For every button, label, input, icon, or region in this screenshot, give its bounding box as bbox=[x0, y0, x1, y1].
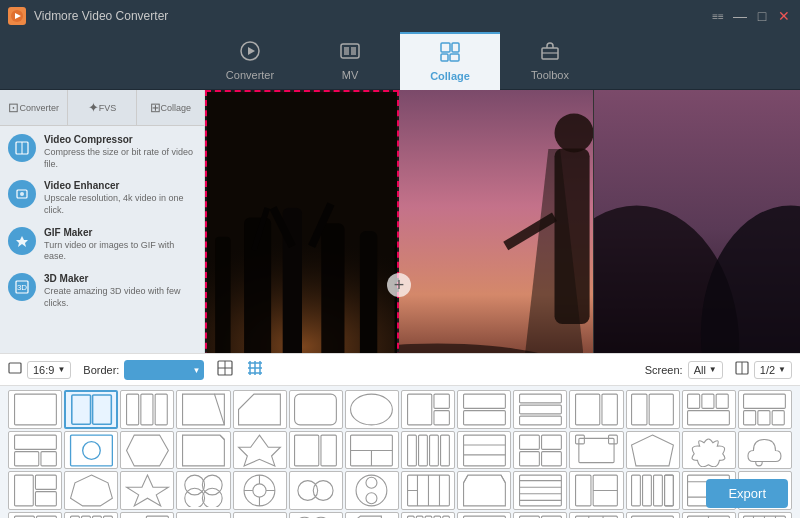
layout-thumb-7[interactable] bbox=[401, 390, 455, 429]
lp-tab-converter[interactable]: ⊡ Converter bbox=[0, 90, 68, 125]
add-video-btn[interactable]: + bbox=[387, 273, 411, 297]
layout-thumb-8[interactable] bbox=[457, 390, 511, 429]
layout-thumb-23[interactable] bbox=[513, 431, 567, 470]
layout-thumb-34[interactable] bbox=[345, 471, 399, 510]
layout-thumb-21[interactable] bbox=[401, 431, 455, 470]
tab-collage[interactable]: Collage bbox=[400, 32, 500, 90]
svg-marker-104 bbox=[239, 435, 281, 466]
pattern-icon[interactable] bbox=[246, 359, 264, 381]
layout-thumb-13[interactable] bbox=[738, 390, 792, 429]
svg-point-134 bbox=[253, 484, 266, 497]
layout-thumb-15[interactable] bbox=[64, 431, 118, 470]
title-bar: Vidmore Video Converter ≡≡ — □ ✕ bbox=[0, 0, 800, 32]
layout-thumb-45[interactable] bbox=[176, 512, 230, 518]
layout-thumb-5[interactable] bbox=[289, 390, 343, 429]
layout-thumb-54[interactable] bbox=[682, 512, 736, 518]
feature-item-2[interactable]: GIF Maker Turn video or images to GIF wi… bbox=[8, 227, 196, 263]
layout-thumb-25[interactable] bbox=[626, 431, 680, 470]
svg-rect-117 bbox=[519, 435, 539, 449]
layout-thumb-20[interactable] bbox=[345, 431, 399, 470]
export-button[interactable]: Export bbox=[706, 479, 788, 508]
lp-tab-collage[interactable]: ⊞ Collage bbox=[137, 90, 204, 125]
layout-thumb-29[interactable] bbox=[64, 471, 118, 510]
svg-rect-24 bbox=[215, 237, 230, 362]
border-select[interactable]: ▼ bbox=[124, 360, 204, 380]
layout-thumb-52[interactable] bbox=[569, 512, 623, 518]
layout-thumb-14[interactable] bbox=[8, 431, 62, 470]
layout-thumb-0[interactable] bbox=[8, 390, 62, 429]
layout-thumb-16[interactable] bbox=[120, 431, 174, 470]
layout-thumb-48[interactable] bbox=[345, 512, 399, 518]
feature-icon-2 bbox=[8, 227, 36, 255]
layout-thumb-18[interactable] bbox=[233, 431, 287, 470]
feature-item-0[interactable]: Video Compressor Compress the size or bi… bbox=[8, 134, 196, 170]
layout-thumb-27[interactable] bbox=[738, 431, 792, 470]
border-group: Border: ▼ bbox=[83, 360, 204, 380]
svg-rect-81 bbox=[463, 394, 505, 408]
layout-thumb-9[interactable] bbox=[513, 390, 567, 429]
layout-thumb-32[interactable] bbox=[233, 471, 287, 510]
ratio-group: 16:9 ▼ bbox=[8, 361, 71, 379]
layout-thumb-6[interactable] bbox=[345, 390, 399, 429]
layout-thumb-22[interactable] bbox=[457, 431, 511, 470]
collage-right-top[interactable] bbox=[399, 90, 593, 383]
ratio-select[interactable]: 16:9 ▼ bbox=[27, 361, 71, 379]
layout-thumb-17[interactable] bbox=[176, 431, 230, 470]
layout-thumb-36[interactable] bbox=[457, 471, 511, 510]
svg-rect-126 bbox=[35, 492, 56, 506]
layout-thumb-33[interactable] bbox=[289, 471, 343, 510]
sunset-scene bbox=[399, 90, 593, 383]
layout-thumb-35[interactable] bbox=[401, 471, 455, 510]
layout-thumb-46[interactable] bbox=[233, 512, 287, 518]
minimize-btn[interactable]: — bbox=[732, 8, 748, 24]
layout-thumb-47[interactable] bbox=[289, 512, 343, 518]
tab-converter[interactable]: Converter bbox=[200, 32, 300, 90]
layout-thumb-24[interactable] bbox=[569, 431, 623, 470]
screen-select[interactable]: All ▼ bbox=[688, 361, 723, 379]
svg-rect-78 bbox=[407, 394, 431, 425]
maximize-btn[interactable]: □ bbox=[754, 8, 770, 24]
svg-rect-162 bbox=[665, 475, 674, 506]
layout-thumb-53[interactable] bbox=[626, 512, 680, 518]
layout-thumb-44[interactable] bbox=[120, 512, 174, 518]
feature-item-1[interactable]: Video Enhancer Upscale resolution, 4k vi… bbox=[8, 180, 196, 216]
extra1-btn[interactable]: ≡≡ bbox=[710, 8, 726, 24]
feature-text-0: Video Compressor Compress the size or bi… bbox=[44, 134, 196, 170]
layout-thumb-51[interactable] bbox=[513, 512, 567, 518]
layout-thumb-31[interactable] bbox=[176, 471, 230, 510]
lp-fvs-label: FVS bbox=[99, 103, 117, 113]
layout-thumb-19[interactable] bbox=[289, 431, 343, 470]
tab-mv[interactable]: MV bbox=[300, 32, 400, 90]
layout-thumb-30[interactable] bbox=[120, 471, 174, 510]
lp-tab-fvs[interactable]: ✦ FVS bbox=[68, 90, 136, 125]
close-btn[interactable]: ✕ bbox=[776, 8, 792, 24]
collage-icon bbox=[439, 41, 461, 66]
layout-thumb-49[interactable] bbox=[401, 512, 455, 518]
layout-thumb-12[interactable] bbox=[682, 390, 736, 429]
layout-thumb-55[interactable] bbox=[738, 512, 792, 518]
feature-item-3[interactable]: 3D 3D Maker Create amazing 3D video with… bbox=[8, 273, 196, 309]
layout-thumb-42[interactable] bbox=[8, 512, 62, 518]
layout-thumb-28[interactable] bbox=[8, 471, 62, 510]
tab-toolbox[interactable]: Toolbox bbox=[500, 32, 600, 90]
layout-thumb-10[interactable] bbox=[569, 390, 623, 429]
layout-thumb-38[interactable] bbox=[569, 471, 623, 510]
svg-rect-71 bbox=[71, 395, 90, 424]
left-panel-tabs: ⊡ Converter ✦ FVS ⊞ Collage bbox=[0, 90, 204, 126]
svg-rect-80 bbox=[434, 410, 449, 424]
swap-icon[interactable] bbox=[216, 359, 234, 380]
layout-thumb-3[interactable] bbox=[176, 390, 230, 429]
layout-thumb-1[interactable] bbox=[64, 390, 118, 429]
page-nav[interactable]: 1/2 ▼ bbox=[754, 361, 792, 379]
layout-thumb-26[interactable] bbox=[682, 431, 736, 470]
layout-thumb-39[interactable] bbox=[626, 471, 680, 510]
layout-thumb-11[interactable] bbox=[626, 390, 680, 429]
layout-thumb-43[interactable] bbox=[64, 512, 118, 518]
border-label: Border: bbox=[83, 364, 119, 376]
layout-thumb-4[interactable] bbox=[233, 390, 287, 429]
lp-collage-icon: ⊞ bbox=[150, 100, 161, 115]
layout-thumb-50[interactable] bbox=[457, 512, 511, 518]
layout-thumb-2[interactable] bbox=[120, 390, 174, 429]
app-title: Vidmore Video Converter bbox=[34, 9, 168, 23]
layout-thumb-37[interactable] bbox=[513, 471, 567, 510]
